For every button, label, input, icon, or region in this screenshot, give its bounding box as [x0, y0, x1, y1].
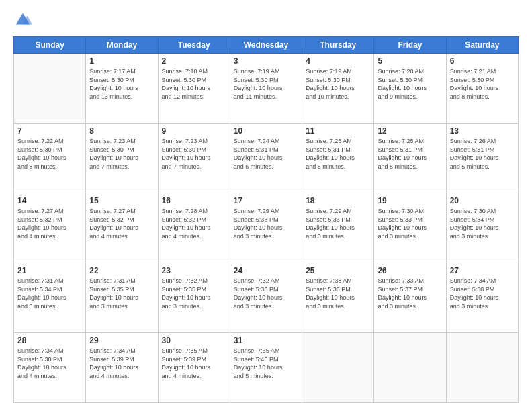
- day-info: Sunrise: 7:31 AMSunset: 5:35 PMDaylight:…: [89, 277, 154, 310]
- day-number: 7: [17, 126, 82, 136]
- day-number: 5: [378, 56, 442, 66]
- day-number: 1: [89, 56, 154, 66]
- day-info: Sunrise: 7:35 AMSunset: 5:39 PMDaylight:…: [162, 347, 226, 380]
- day-info: Sunrise: 7:34 AMSunset: 5:38 PMDaylight:…: [450, 277, 515, 310]
- day-info: Sunrise: 7:23 AMSunset: 5:30 PMDaylight:…: [89, 137, 154, 171]
- calendar-cell: 17Sunrise: 7:29 AMSunset: 5:33 PMDayligh…: [230, 193, 302, 263]
- day-info: Sunrise: 7:32 AMSunset: 5:35 PMDaylight:…: [162, 277, 226, 310]
- week-row-1: 1Sunrise: 7:17 AMSunset: 5:30 PMDaylight…: [14, 54, 519, 124]
- page: SundayMondayTuesdayWednesdayThursdayFrid…: [0, 0, 532, 411]
- week-row-3: 14Sunrise: 7:27 AMSunset: 5:32 PMDayligh…: [14, 193, 519, 263]
- calendar-cell: [374, 333, 446, 403]
- day-info: Sunrise: 7:23 AMSunset: 5:30 PMDaylight:…: [162, 137, 226, 171]
- day-number: 25: [306, 266, 370, 275]
- calendar-cell: 4Sunrise: 7:19 AMSunset: 5:30 PMDaylight…: [302, 54, 374, 124]
- day-number: 30: [162, 336, 226, 345]
- day-info: Sunrise: 7:34 AMSunset: 5:38 PMDaylight:…: [17, 347, 82, 380]
- day-info: Sunrise: 7:32 AMSunset: 5:36 PMDaylight:…: [234, 277, 298, 310]
- calendar-cell: 14Sunrise: 7:27 AMSunset: 5:32 PMDayligh…: [14, 193, 86, 263]
- calendar-cell: 2Sunrise: 7:18 AMSunset: 5:30 PMDaylight…: [158, 54, 230, 124]
- day-info: Sunrise: 7:29 AMSunset: 5:33 PMDaylight:…: [234, 207, 298, 240]
- calendar-cell: 7Sunrise: 7:22 AMSunset: 5:30 PMDaylight…: [14, 124, 86, 193]
- day-number: 17: [234, 196, 298, 205]
- day-number: 21: [17, 266, 82, 275]
- calendar-cell: 25Sunrise: 7:33 AMSunset: 5:36 PMDayligh…: [302, 263, 374, 333]
- weekday-header-thursday: Thursday: [302, 37, 374, 54]
- day-number: 2: [162, 56, 226, 66]
- weekday-header-monday: Monday: [86, 37, 158, 54]
- day-number: 13: [450, 126, 515, 136]
- calendar-cell: 12Sunrise: 7:25 AMSunset: 5:31 PMDayligh…: [374, 124, 446, 193]
- weekday-header-row: SundayMondayTuesdayWednesdayThursdayFrid…: [14, 37, 519, 54]
- day-info: Sunrise: 7:33 AMSunset: 5:37 PMDaylight:…: [378, 277, 442, 310]
- calendar-cell: 28Sunrise: 7:34 AMSunset: 5:38 PMDayligh…: [14, 333, 86, 403]
- calendar-cell: 18Sunrise: 7:29 AMSunset: 5:33 PMDayligh…: [302, 193, 374, 263]
- day-info: Sunrise: 7:19 AMSunset: 5:30 PMDaylight:…: [234, 67, 298, 101]
- day-info: Sunrise: 7:34 AMSunset: 5:39 PMDaylight:…: [89, 347, 154, 380]
- day-number: 12: [378, 126, 442, 136]
- day-number: 24: [234, 266, 298, 275]
- day-info: Sunrise: 7:27 AMSunset: 5:32 PMDaylight:…: [89, 207, 154, 240]
- header: [13, 11, 519, 30]
- day-number: 31: [234, 336, 298, 345]
- day-number: 15: [89, 196, 154, 205]
- calendar-cell: 19Sunrise: 7:30 AMSunset: 5:33 PMDayligh…: [374, 193, 446, 263]
- calendar-cell: [302, 333, 374, 403]
- logo-icon: [13, 11, 32, 30]
- calendar-cell: 29Sunrise: 7:34 AMSunset: 5:39 PMDayligh…: [86, 333, 158, 403]
- calendar-cell: [446, 333, 518, 403]
- weekday-header-sunday: Sunday: [14, 37, 86, 54]
- day-info: Sunrise: 7:19 AMSunset: 5:30 PMDaylight:…: [306, 67, 370, 101]
- weekday-header-tuesday: Tuesday: [158, 37, 230, 54]
- day-info: Sunrise: 7:25 AMSunset: 5:31 PMDaylight:…: [378, 137, 442, 171]
- day-number: 22: [89, 266, 154, 275]
- calendar-cell: 1Sunrise: 7:17 AMSunset: 5:30 PMDaylight…: [86, 54, 158, 124]
- day-info: Sunrise: 7:30 AMSunset: 5:33 PMDaylight:…: [378, 207, 442, 240]
- calendar-cell: 31Sunrise: 7:35 AMSunset: 5:40 PMDayligh…: [230, 333, 302, 403]
- weekday-header-wednesday: Wednesday: [230, 37, 302, 54]
- calendar-cell: 6Sunrise: 7:21 AMSunset: 5:30 PMDaylight…: [446, 54, 518, 124]
- day-number: 28: [17, 336, 82, 345]
- day-info: Sunrise: 7:31 AMSunset: 5:34 PMDaylight:…: [17, 277, 82, 310]
- day-number: 23: [162, 266, 226, 275]
- day-info: Sunrise: 7:26 AMSunset: 5:31 PMDaylight:…: [450, 137, 515, 171]
- day-number: 27: [450, 266, 515, 275]
- day-number: 8: [89, 126, 154, 136]
- day-info: Sunrise: 7:17 AMSunset: 5:30 PMDaylight:…: [89, 67, 154, 101]
- calendar-cell: 16Sunrise: 7:28 AMSunset: 5:32 PMDayligh…: [158, 193, 230, 263]
- day-info: Sunrise: 7:27 AMSunset: 5:32 PMDaylight:…: [17, 207, 82, 240]
- day-number: 4: [306, 56, 370, 66]
- day-info: Sunrise: 7:25 AMSunset: 5:31 PMDaylight:…: [306, 137, 370, 171]
- day-number: 20: [450, 196, 515, 205]
- week-row-5: 28Sunrise: 7:34 AMSunset: 5:38 PMDayligh…: [14, 333, 519, 403]
- day-number: 6: [450, 56, 515, 66]
- day-number: 3: [234, 56, 298, 66]
- calendar-cell: 27Sunrise: 7:34 AMSunset: 5:38 PMDayligh…: [446, 263, 518, 333]
- calendar-cell: 30Sunrise: 7:35 AMSunset: 5:39 PMDayligh…: [158, 333, 230, 403]
- calendar-cell: 5Sunrise: 7:20 AMSunset: 5:30 PMDaylight…: [374, 54, 446, 124]
- calendar-cell: [14, 54, 86, 124]
- calendar-cell: 20Sunrise: 7:30 AMSunset: 5:34 PMDayligh…: [446, 193, 518, 263]
- calendar-cell: 23Sunrise: 7:32 AMSunset: 5:35 PMDayligh…: [158, 263, 230, 333]
- calendar-cell: 15Sunrise: 7:27 AMSunset: 5:32 PMDayligh…: [86, 193, 158, 263]
- calendar-cell: 9Sunrise: 7:23 AMSunset: 5:30 PMDaylight…: [158, 124, 230, 193]
- day-info: Sunrise: 7:28 AMSunset: 5:32 PMDaylight:…: [162, 207, 226, 240]
- calendar-cell: 22Sunrise: 7:31 AMSunset: 5:35 PMDayligh…: [86, 263, 158, 333]
- day-info: Sunrise: 7:33 AMSunset: 5:36 PMDaylight:…: [306, 277, 370, 310]
- day-info: Sunrise: 7:20 AMSunset: 5:30 PMDaylight:…: [378, 67, 442, 101]
- day-number: 18: [306, 196, 370, 205]
- weekday-header-friday: Friday: [374, 37, 446, 54]
- calendar-cell: 24Sunrise: 7:32 AMSunset: 5:36 PMDayligh…: [230, 263, 302, 333]
- week-row-2: 7Sunrise: 7:22 AMSunset: 5:30 PMDaylight…: [14, 124, 519, 193]
- logo: [13, 11, 35, 30]
- day-info: Sunrise: 7:30 AMSunset: 5:34 PMDaylight:…: [450, 207, 515, 240]
- day-number: 9: [162, 126, 226, 136]
- calendar-cell: 26Sunrise: 7:33 AMSunset: 5:37 PMDayligh…: [374, 263, 446, 333]
- day-number: 26: [378, 266, 442, 275]
- day-number: 14: [17, 196, 82, 205]
- calendar-cell: 13Sunrise: 7:26 AMSunset: 5:31 PMDayligh…: [446, 124, 518, 193]
- weekday-header-saturday: Saturday: [446, 37, 518, 54]
- calendar-cell: 3Sunrise: 7:19 AMSunset: 5:30 PMDaylight…: [230, 54, 302, 124]
- day-info: Sunrise: 7:35 AMSunset: 5:40 PMDaylight:…: [234, 347, 298, 380]
- calendar-cell: 10Sunrise: 7:24 AMSunset: 5:31 PMDayligh…: [230, 124, 302, 193]
